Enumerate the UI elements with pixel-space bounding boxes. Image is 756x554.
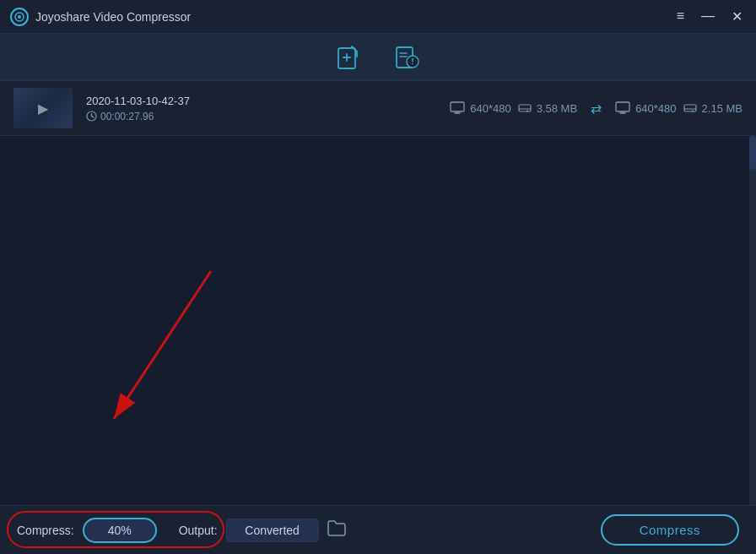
title-controls: ≡ — ✕ <box>673 8 746 24</box>
svg-rect-22 <box>519 105 531 111</box>
output-section: Output: Converted <box>179 519 346 542</box>
svg-point-30 <box>692 111 694 112</box>
svg-rect-12 <box>14 88 73 128</box>
output-size: 2.15 MB <box>702 102 742 115</box>
scrollbar-thumb[interactable] <box>749 136 756 170</box>
compress-label: Compress: <box>17 524 74 537</box>
svg-rect-13 <box>14 88 43 128</box>
file-list-area: ▶ 2020-11-03-10-42-37 00:00:27.96 640*48… <box>0 81 756 136</box>
transfer-arrows-icon: ⇄ <box>591 100 602 117</box>
compress-section: Compress: 40% <box>17 518 157 543</box>
monitor-icon <box>450 101 465 115</box>
svg-point-9 <box>412 62 413 64</box>
hdd-icon <box>518 101 532 115</box>
svg-text:▶: ▶ <box>39 100 48 114</box>
file-thumbnail: ▶ <box>14 88 73 128</box>
add-file-button[interactable] <box>336 45 361 70</box>
svg-rect-28 <box>684 105 696 111</box>
output-resolution-group: 640*480 <box>615 101 676 115</box>
svg-point-2 <box>18 15 21 19</box>
title-bar: Joyoshare Video Compressor ≡ — ✕ <box>0 0 756 34</box>
app-logo-icon <box>10 8 29 26</box>
file-info: 2020-11-03-10-42-37 00:00:27.96 <box>86 95 190 122</box>
title-left: Joyoshare Video Compressor <box>10 8 191 26</box>
output-folder-icon[interactable] <box>327 519 346 540</box>
compress-button[interactable]: Compress <box>601 514 739 546</box>
svg-rect-19 <box>451 102 464 111</box>
red-arrow-annotation <box>76 254 245 457</box>
toolbar <box>0 34 756 81</box>
svg-line-32 <box>114 271 211 419</box>
hdd-output-icon <box>683 101 697 115</box>
output-size-group: 2.15 MB <box>683 101 742 115</box>
close-button[interactable]: ✕ <box>728 8 746 24</box>
svg-rect-14 <box>14 105 73 111</box>
source-size: 3.58 MB <box>537 102 577 115</box>
svg-rect-25 <box>616 102 629 111</box>
file-name: 2020-11-03-10-42-37 <box>86 95 190 107</box>
svg-line-18 <box>92 117 94 118</box>
menu-button[interactable]: ≡ <box>673 8 688 24</box>
output-value[interactable]: Converted <box>226 519 319 542</box>
monitor-output-icon <box>615 101 630 115</box>
minimize-button[interactable]: — <box>698 8 718 24</box>
source-resolution: 640*480 <box>470 102 510 115</box>
clock-icon <box>86 111 97 122</box>
output-resolution: 640*480 <box>635 102 676 115</box>
svg-point-24 <box>526 111 528 112</box>
task-list-button[interactable] <box>395 45 420 70</box>
file-duration: 00:00:27.96 <box>86 111 190 122</box>
compress-value[interactable]: 40% <box>83 518 157 543</box>
bottom-bar: Compress: 40% Output: Converted Compress <box>0 505 756 554</box>
source-size-group: 3.58 MB <box>518 101 577 115</box>
source-resolution-group: 640*480 <box>450 101 510 115</box>
output-label: Output: <box>179 524 218 537</box>
file-meta: 640*480 3.58 MB ⇄ 640*480 <box>450 100 742 117</box>
duration-value: 00:00:27.96 <box>100 111 154 122</box>
app-title: Joyoshare Video Compressor <box>35 10 191 24</box>
main-content <box>0 136 756 511</box>
scrollbar[interactable] <box>749 136 756 511</box>
